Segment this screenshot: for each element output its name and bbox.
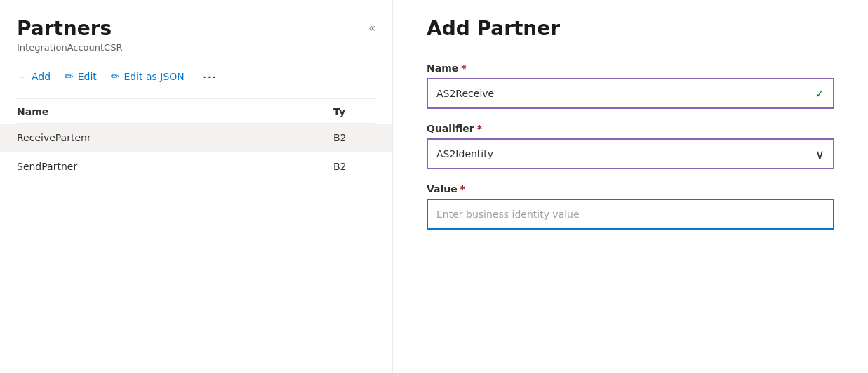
col-type-header: Ty — [333, 106, 375, 117]
table-header: Name Ty — [17, 99, 375, 124]
name-group: Name * ✓ — [427, 63, 834, 109]
col-name-header: Name — [17, 106, 333, 117]
chevron-down-icon: ∨ — [815, 147, 824, 162]
edit-icon: ✏ — [65, 70, 74, 83]
name-label: Name * — [427, 63, 834, 74]
more-button[interactable]: ··· — [199, 67, 221, 87]
add-label: Add — [32, 71, 51, 82]
collapse-icon[interactable]: « — [368, 21, 375, 34]
edit-button[interactable]: ✏ Edit — [65, 67, 97, 86]
qualifier-select[interactable]: AS2Identity ∨ — [427, 138, 834, 169]
valid-check-icon: ✓ — [815, 87, 824, 100]
edit-json-label: Edit as JSON — [123, 71, 184, 82]
add-icon: ＋ — [17, 70, 27, 84]
form-title: Add Partner — [427, 17, 834, 40]
panel-title: Partners — [17, 17, 112, 41]
right-panel: Add Partner Name * ✓ Qualifier * AS2Iden… — [393, 0, 868, 373]
account-name: IntegrationAccountCSR — [17, 42, 375, 53]
edit-label: Edit — [78, 71, 97, 82]
add-button[interactable]: ＋ Add — [17, 67, 51, 86]
value-required: * — [460, 183, 465, 195]
row-type: B2 — [333, 161, 375, 172]
row-name: ReceivePartenr — [17, 132, 333, 143]
name-input[interactable] — [436, 88, 815, 99]
qualifier-value: AS2Identity — [436, 148, 815, 159]
value-input[interactable] — [436, 209, 824, 220]
edit-json-button[interactable]: ✏ Edit as JSON — [111, 67, 185, 86]
value-label: Value * — [427, 183, 834, 195]
table-row[interactable]: SendPartner B2 — [17, 152, 375, 181]
name-input-wrapper[interactable]: ✓ — [427, 78, 834, 109]
name-required: * — [461, 63, 466, 74]
table-row[interactable]: ReceivePartenr B2 — [0, 124, 392, 152]
qualifier-label: Qualifier * — [427, 123, 834, 134]
edit-json-icon: ✏ — [111, 70, 120, 83]
row-type: B2 — [333, 132, 375, 143]
table-rows: ReceivePartenr B2 SendPartner B2 — [17, 124, 375, 373]
qualifier-group: Qualifier * AS2Identity ∨ — [427, 123, 834, 169]
left-panel: Partners « IntegrationAccountCSR ＋ Add ✏… — [0, 0, 393, 373]
toolbar: ＋ Add ✏ Edit ✏ Edit as JSON ··· — [17, 67, 375, 87]
value-group: Value * — [427, 183, 834, 230]
panel-header: Partners « — [17, 17, 375, 41]
value-input-wrapper[interactable] — [427, 199, 834, 230]
qualifier-required: * — [477, 123, 482, 134]
row-name: SendPartner — [17, 161, 333, 172]
